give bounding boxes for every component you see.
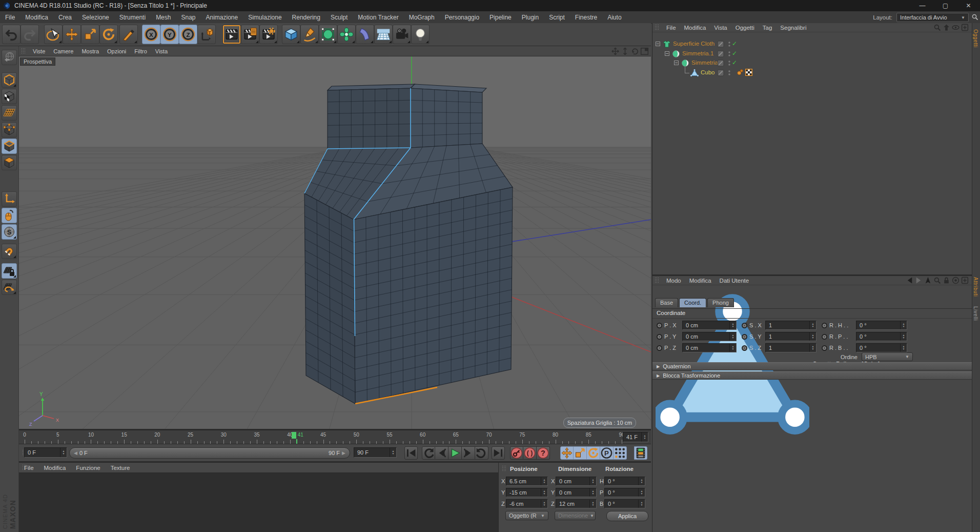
enabled-check-icon[interactable]: ✓ (732, 40, 737, 47)
range-right-cap[interactable]: ▶ (342, 450, 345, 456)
menu-item[interactable]: Aiuto (602, 14, 626, 21)
minimize-button[interactable]: — (911, 0, 934, 11)
camera-label[interactable]: Prospettiva (20, 57, 55, 66)
tab-livelli[interactable]: Livelli (973, 306, 978, 321)
menu-item[interactable]: Crea (53, 14, 77, 21)
keyframe-dot[interactable] (822, 323, 827, 328)
menu-item[interactable]: Simulazione (243, 14, 287, 21)
menu-item[interactable]: Modifica (20, 14, 53, 21)
visibility-dots-icon[interactable] (726, 69, 733, 76)
play-button[interactable] (448, 446, 462, 460)
menu-item[interactable]: Strumenti (114, 14, 151, 21)
object-row-simmetria-1[interactable]: –Simmetria.1✓ (652, 49, 972, 58)
pan-view-icon[interactable] (611, 47, 620, 55)
position-field[interactable]: 0 cm▲▼ (682, 321, 737, 330)
material-menu-item[interactable]: Texture (106, 465, 135, 471)
enabled-check-icon[interactable]: ✓ (732, 59, 737, 66)
camera-button[interactable] (393, 25, 411, 44)
keyframe-dot[interactable] (742, 345, 747, 351)
panel-grip[interactable] (22, 464, 27, 471)
mode-dropdown[interactable]: Oggetto (R▼ (505, 511, 548, 520)
maximize-button[interactable]: ▢ (934, 0, 957, 11)
menu-item[interactable]: Sculpt (325, 14, 353, 21)
viewport-menu-item[interactable]: Filtro (130, 48, 151, 54)
scale-button[interactable] (81, 25, 99, 44)
menu-item[interactable]: Snap (176, 14, 200, 21)
keyframe-dot[interactable] (657, 345, 662, 351)
lock-transform-section[interactable]: ▶Blocca Trasformazione (652, 371, 972, 380)
keyframe-dot[interactable] (657, 334, 662, 340)
add-panel-icon[interactable] (961, 24, 969, 31)
scale-field[interactable]: 1▲▼ (765, 321, 816, 330)
keyframe-dot[interactable] (657, 323, 662, 328)
key-parameter-button[interactable]: P (600, 446, 614, 460)
object-name[interactable]: Simmetria.1 (682, 50, 713, 56)
current-frame-field[interactable]: 41 F ▲▼ (623, 432, 648, 442)
collapse-icon[interactable]: – (665, 51, 669, 56)
goto-end-button[interactable] (492, 446, 505, 460)
object-name[interactable]: Superficie Cloth (673, 41, 714, 47)
viewport-menu-item[interactable]: Viste (29, 48, 49, 54)
coordinate-system-button[interactable] (197, 25, 216, 44)
history-back-icon[interactable] (906, 277, 913, 284)
object-manager-menu-item[interactable]: Segnalibri (776, 25, 810, 31)
rotate-view-icon[interactable] (630, 47, 639, 55)
layer-box-icon[interactable] (717, 60, 724, 67)
layer-box-icon[interactable] (717, 41, 724, 48)
position-field[interactable]: -15 cm▲▼ (506, 488, 548, 497)
search-icon[interactable] (971, 13, 978, 21)
close-button[interactable]: ✕ (957, 0, 980, 11)
tab-oggetti[interactable]: Oggetti (973, 29, 978, 48)
panel-grip[interactable] (502, 465, 506, 472)
menu-item[interactable]: Finestre (570, 14, 602, 21)
key-position-button[interactable] (560, 446, 574, 460)
attribute-menu-item[interactable]: Modo (662, 278, 685, 284)
position-field[interactable]: -6 cm▲▼ (506, 499, 548, 508)
menu-item[interactable]: Pipeline (484, 14, 517, 21)
axis-mode-button[interactable] (2, 191, 17, 207)
knife-button[interactable] (119, 25, 138, 44)
tab-attributi[interactable]: Attributi (973, 277, 978, 297)
light-button[interactable] (411, 25, 430, 44)
next-frame-button[interactable] (462, 446, 475, 460)
record-keyframe-button[interactable] (510, 446, 523, 460)
workplane-rotate-button[interactable] (2, 280, 17, 295)
rotation-field[interactable]: 0 °▲▼ (856, 332, 907, 341)
collapse-icon[interactable]: – (674, 61, 679, 65)
attribute-menu-item[interactable]: Modifica (685, 278, 716, 284)
workplane-lock-button[interactable] (2, 263, 17, 279)
panel-grip[interactable] (21, 48, 26, 54)
rotation-field[interactable]: 0 °▲▼ (604, 488, 645, 497)
keyframe-dot[interactable] (742, 334, 747, 340)
attribute-menu-item[interactable]: Dati Utente (716, 278, 753, 284)
range-start-field[interactable]: 0 F ▲▼ (24, 447, 67, 458)
workplane-mode-button[interactable] (2, 105, 17, 121)
x-axis-button[interactable]: X (142, 25, 160, 44)
keyframe-selection-button[interactable]: ? (537, 446, 550, 460)
layer-box-icon[interactable] (717, 50, 724, 57)
preview-range-slider[interactable]: ◀ 0 F 90 F ▶ (69, 447, 350, 459)
undo-button[interactable] (2, 25, 21, 44)
texture-mode-button[interactable] (2, 89, 17, 104)
menu-item[interactable]: Motion Tracker (353, 14, 403, 21)
position-field[interactable]: 6.5 cm▲▼ (506, 477, 548, 486)
edges-mode-button[interactable] (2, 139, 17, 154)
z-axis-button[interactable]: Z (179, 25, 197, 44)
layout-dropdown[interactable]: Interfaccia di Avvio▼ (896, 13, 969, 22)
keyframe-dot[interactable] (822, 345, 827, 351)
menu-item[interactable]: File (0, 14, 20, 21)
attribute-tab[interactable]: Phong (707, 298, 734, 307)
viewport-menu-item[interactable]: Camere (49, 48, 77, 54)
menu-item[interactable]: Mesh (151, 14, 176, 21)
layer-box-icon[interactable] (717, 69, 724, 76)
object-name[interactable]: Simmetria (691, 60, 718, 66)
object-row-simmetria[interactable]: –Simmetria✓ (652, 58, 972, 68)
material-menu-item[interactable]: Modifica (39, 465, 71, 471)
object-row-superficie-cloth[interactable]: –Superficie Cloth✓ (652, 40, 972, 49)
panel-grip[interactable] (655, 24, 659, 31)
focus-icon[interactable] (952, 277, 959, 284)
spinner[interactable]: ▲▼ (641, 432, 648, 442)
quaternion-section[interactable]: ▶Quaternion (652, 362, 972, 370)
viewport-menu-item[interactable]: Vista (151, 48, 172, 54)
subdivision-surface-button[interactable] (319, 25, 337, 44)
